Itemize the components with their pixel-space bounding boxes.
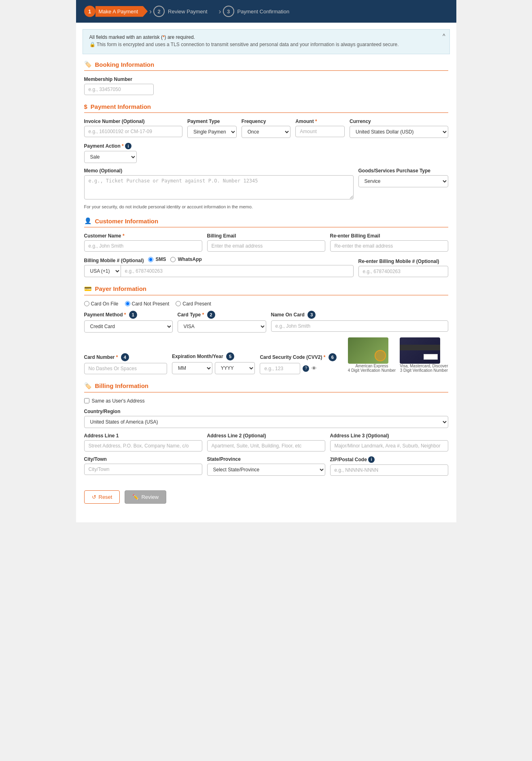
cvv-info-icon[interactable]: ? (303, 365, 309, 372)
payment-action-info-icon[interactable]: i (125, 143, 131, 149)
booking-icon: 🏷️ (84, 61, 92, 68)
amount-input[interactable] (295, 126, 345, 137)
sms-radio[interactable] (148, 257, 153, 262)
billing-email-group: Billing Email (207, 233, 325, 252)
currency-select[interactable]: United States Dollar (USD) Euro (EUR) Br… (350, 126, 448, 138)
customer-section: 👤 Customer Information Customer Name * B… (84, 217, 448, 277)
card-number-input[interactable] (84, 363, 167, 374)
payment-action-label: Payment Action * i (84, 143, 137, 149)
currency-group: Currency United States Dollar (USD) Euro… (350, 119, 448, 138)
card-present-option[interactable]: Card Present (176, 301, 211, 307)
payment-type-select[interactable]: Single Payment Recurring Payment (187, 126, 237, 138)
goods-services-select[interactable]: Service Goods Both (358, 175, 448, 187)
mobile-input[interactable] (121, 265, 354, 277)
billing-section-title: 🏷️ Billing Information (84, 382, 448, 392)
payer-icon: 💳 (84, 285, 92, 293)
step-arrow-2: › (219, 7, 221, 16)
address2-group: Address Line 2 (Optional) (207, 433, 325, 452)
address2-label: Address Line 2 (Optional) (207, 433, 325, 439)
name-on-card-input[interactable] (271, 320, 448, 332)
memo-security-note: For your security, do not include person… (84, 204, 448, 209)
state-select[interactable]: Select State/Province Alabama Alaska Ari… (207, 464, 325, 476)
card-number-group: Card Number * 4 (84, 353, 167, 374)
address1-group: Address Line 1 (84, 433, 202, 452)
cvv-label: Card Security Code (CVV2) * 6 (260, 353, 343, 361)
reenter-mobile-label: Re-enter Billing Mobile # (Optional) (358, 259, 448, 264)
membership-number-input[interactable] (84, 84, 154, 95)
reenter-mobile-input[interactable] (358, 266, 448, 277)
info-toggle-button[interactable]: ^ (443, 33, 445, 39)
payment-method-group: Payment Method * 1 Credit Card ACH/eChec… (84, 311, 173, 333)
invoice-number-input[interactable] (84, 126, 182, 137)
address3-label: Address Line 3 (Optional) (330, 433, 448, 439)
visa-card-label: Visa, Mastercard, Discover 3 Digit Verif… (400, 364, 448, 373)
city-input[interactable] (84, 464, 202, 475)
zip-info-icon[interactable]: i (368, 456, 375, 463)
billing-email-input[interactable] (207, 240, 325, 252)
payment-section: $ Payment Information Invoice Number (Op… (84, 103, 448, 209)
currency-label: Currency (350, 119, 448, 124)
step-arrow-1: › (149, 7, 152, 16)
address1-input[interactable] (84, 440, 202, 452)
required-note: All fields marked with an asterisk (*) a… (89, 34, 443, 40)
step-3-bubble: 3 (223, 6, 234, 17)
city-label: City/Town (84, 456, 202, 462)
expiry-year-select[interactable]: YYYY 202420252026 2027202820292030 (215, 362, 255, 374)
address3-input[interactable] (330, 440, 448, 452)
goods-services-label: Goods/Services Purchase Type (358, 168, 448, 174)
same-as-user-checkbox[interactable] (84, 398, 89, 403)
zip-label: ZIP/Postal Code i (330, 456, 448, 463)
name-on-card-group: Name On Card 3 (271, 311, 448, 333)
card-type-group: Card Type * 2 VISA Mastercard American E… (178, 311, 266, 333)
step-1[interactable]: 1 Make A Payment (84, 6, 148, 17)
reenter-billing-email-input[interactable] (330, 240, 448, 252)
payment-method-select[interactable]: Credit Card ACH/eCheck Check (84, 320, 173, 333)
card-on-file-option[interactable]: Card On File (84, 301, 119, 307)
memo-input[interactable] (84, 175, 354, 199)
card-not-present-option[interactable]: Card Not Present (125, 301, 170, 307)
frequency-select[interactable]: Once Monthly Yearly (242, 126, 291, 138)
state-label: State/Province (207, 456, 325, 462)
memo-label: Memo (Optional) (84, 168, 354, 174)
reenter-billing-email-group: Re-enter Billing Email (330, 233, 448, 252)
whatsapp-radio[interactable] (170, 257, 176, 262)
payment-action-group: Payment Action * i Sale Authorization (84, 143, 137, 163)
card-type-select[interactable]: VISA Mastercard American Express Discove… (178, 320, 266, 333)
membership-number-group: Membership Number (84, 76, 154, 95)
country-select[interactable]: United States of America (USA) Canada Un… (84, 416, 448, 428)
payment-action-select[interactable]: Sale Authorization (84, 151, 137, 163)
review-button[interactable]: ✏️ Review (125, 490, 166, 504)
security-note: 🔒 This form is encrypted and uses a TLS … (89, 42, 443, 47)
card-number-label: Card Number * 4 (84, 353, 167, 361)
billing-icon: 🏷️ (84, 382, 92, 390)
country-code-select[interactable]: USA (+1) UK (+44) CA (+1) (84, 265, 121, 277)
payer-section-title: 💳 Payer Information (84, 285, 448, 295)
step-2-bubble: 2 (153, 6, 165, 17)
name-on-card-label: Name On Card 3 (271, 311, 448, 319)
reenter-billing-email-label: Re-enter Billing Email (330, 233, 448, 239)
stepper-header: 1 Make A Payment › 2 Review Payment › 3 … (76, 0, 456, 23)
card-number-badge: 4 (121, 353, 129, 361)
expiry-month-select[interactable]: MM 01020304 05060708 09101112 (172, 362, 212, 374)
payment-method-label: Payment Method * 1 (84, 311, 173, 319)
customer-name-group: Customer Name * (84, 233, 202, 252)
cvv-badge: 6 (329, 353, 337, 361)
expiry-group: Expiration Month/Year 5 MM 01020304 0506… (172, 352, 255, 374)
frequency-label: Frequency (242, 119, 291, 124)
cvv-eye-icon[interactable]: 👁 (312, 365, 317, 371)
step-2[interactable]: 2 Review Payment (153, 6, 217, 17)
booking-section: 🏷️ Booking Information Membership Number (84, 61, 448, 95)
zip-input[interactable] (330, 464, 448, 476)
cvv-input[interactable] (260, 363, 300, 374)
country-label: Country/Region (84, 409, 448, 414)
mobile-label: Billing Mobile # (Optional) SMS WhatsApp (84, 256, 354, 263)
customer-name-input[interactable] (84, 240, 202, 252)
reset-button[interactable]: ↺ Reset (84, 490, 120, 504)
step-1-label: Make A Payment (95, 6, 148, 17)
step-3[interactable]: 3 Payment Confirmation (223, 6, 299, 17)
same-as-user-checkbox-label[interactable]: Same as User's Address (84, 398, 448, 404)
address2-input[interactable] (207, 440, 325, 452)
mobile-input-group: USA (+1) UK (+44) CA (+1) (84, 265, 354, 277)
city-group: City/Town (84, 456, 202, 476)
payment-type-label: Payment Type (187, 119, 237, 124)
